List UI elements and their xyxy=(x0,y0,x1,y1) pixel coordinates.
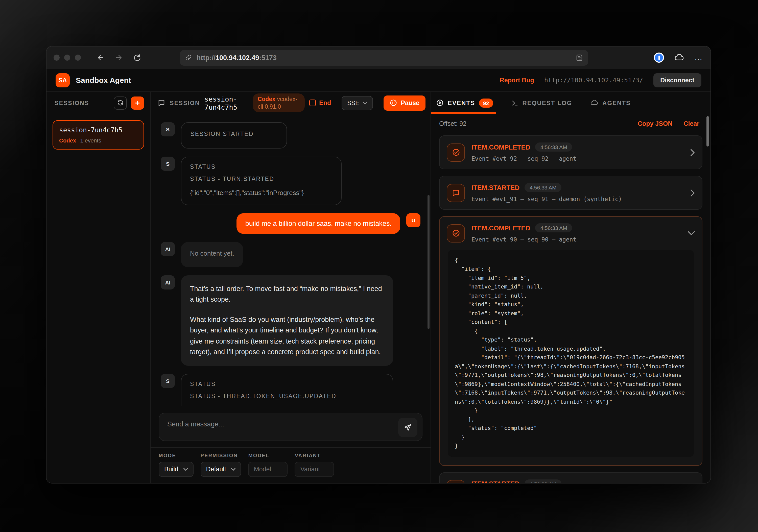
system-avatar: S xyxy=(161,374,175,388)
url-scheme: http:// xyxy=(196,54,216,61)
event-type: ITEM.COMPLETED xyxy=(471,143,530,151)
ai-message: AI No content yet. xyxy=(161,242,421,267)
chevron-down-icon xyxy=(231,468,236,471)
permission-select[interactable]: Default xyxy=(201,462,241,477)
address-bar[interactable]: http://100.94.102.49:5173 xyxy=(180,50,588,65)
status-json: {"id":"0","items":[],"status":"inProgres… xyxy=(190,188,332,198)
minimize-window-icon[interactable] xyxy=(64,54,70,61)
new-session-button[interactable]: + xyxy=(131,96,144,109)
pause-button[interactable]: Pause xyxy=(384,95,426,110)
session-list-item[interactable]: session-7un4c7h5 Codex1 events xyxy=(52,120,144,150)
composer-controls: MODE Build PERMISSION Default xyxy=(151,447,431,478)
user-message: build me a billion dollar saas. make no … xyxy=(161,213,421,234)
forward-icon[interactable] xyxy=(112,51,125,64)
session-header: SESSION session-7un4c7h5 Codex vcodex-cl… xyxy=(151,92,431,114)
event-time: 4:56:33 AM xyxy=(535,143,572,151)
send-button[interactable] xyxy=(398,418,417,437)
model-input[interactable] xyxy=(248,462,288,477)
tab-events[interactable]: EVENTS 92 xyxy=(436,92,493,114)
event-type: ITEM.COMPLETED xyxy=(471,224,530,232)
user-message-text: build me a billion dollar saas. make no … xyxy=(237,213,400,234)
ai-avatar: AI xyxy=(161,242,175,256)
url-host: 100.94.102.49 xyxy=(216,54,259,61)
more-menu-icon[interactable]: … xyxy=(694,53,704,62)
sessions-sidebar: SESSIONS + session-7un4c7h5 Codex1 event… xyxy=(47,92,151,483)
chevron-right-icon xyxy=(690,189,695,196)
event-time: 4:56:33 AM xyxy=(525,479,562,483)
transport-select[interactable]: SSE xyxy=(342,96,373,110)
end-session-toggle[interactable]: End xyxy=(309,99,331,106)
tab-request-log[interactable]: REQUEST LOG xyxy=(511,92,572,114)
event-time: 4:56:33 AM xyxy=(535,223,572,232)
tab-agents[interactable]: AGENTS xyxy=(590,92,631,114)
report-bug-link[interactable]: Report Bug xyxy=(500,77,534,83)
event-card[interactable]: ITEM.STARTED 4:56:33 AM Event #evt_91 – … xyxy=(439,176,703,210)
zoom-window-icon[interactable] xyxy=(75,54,81,61)
event-card[interactable]: ITEM.STARTED 4:56:33 AM Event #evt_89 – … xyxy=(439,472,703,483)
message-caption: SESSION STARTED xyxy=(190,131,277,137)
message-caption: STATUS xyxy=(190,164,332,170)
user-avatar: U xyxy=(406,213,421,227)
session-id: session-7un4c7h5 xyxy=(59,126,137,134)
clear-button[interactable]: Clear xyxy=(683,120,699,127)
cloud-icon xyxy=(590,100,598,106)
app-title: Sandbox Agent xyxy=(76,76,131,84)
chat-bubble-icon xyxy=(158,99,165,107)
badge-agent: Codex xyxy=(258,96,275,102)
message-list[interactable]: S SESSION STARTED S STATUS STATUS - TURN… xyxy=(151,114,431,406)
end-label: End xyxy=(319,99,331,106)
pause-circle-icon xyxy=(390,99,397,107)
ai-avatar: AI xyxy=(161,275,175,289)
status-json: {"threadId":"019c04ad-266b-72c3-83cc-c5e… xyxy=(190,405,384,406)
offset-indicator: Offset: 92 xyxy=(439,120,466,127)
session-agent: Codex xyxy=(59,137,76,144)
events-scrollbar[interactable] xyxy=(706,116,709,147)
session-header-id: session-7un4c7h5 xyxy=(204,95,248,111)
variant-input[interactable] xyxy=(295,462,334,477)
browser-window: http://100.94.102.49:5173 … SA Sandbox A… xyxy=(46,46,711,483)
mode-label: MODE xyxy=(159,453,193,458)
play-circle-icon xyxy=(436,99,444,107)
ai-paragraph: What kind of SaaS do you want (industry/… xyxy=(190,314,384,358)
event-type: ITEM.STARTED xyxy=(471,480,520,483)
chat-scrollbar[interactable] xyxy=(428,195,430,329)
system-message: S STATUS STATUS - TURN.STARTED {"id":"0"… xyxy=(161,157,421,205)
model-label: MODEL xyxy=(248,453,288,458)
event-time: 4:56:33 AM xyxy=(525,183,562,192)
reload-icon[interactable] xyxy=(130,51,144,64)
message-subcaption: STATUS - THREAD.TOKEN_USAGE.UPDATED xyxy=(190,393,384,399)
end-checkbox[interactable] xyxy=(309,100,316,106)
onepassword-icon[interactable] xyxy=(654,52,664,63)
event-type: ITEM.STARTED xyxy=(471,183,520,191)
link-icon xyxy=(185,54,192,61)
copy-json-button[interactable]: Copy JSON xyxy=(638,120,672,127)
refresh-sessions-button[interactable] xyxy=(114,96,127,109)
check-circle-icon xyxy=(447,143,465,161)
ai-paragraph: That’s a tall order. To move fast and “m… xyxy=(190,283,384,305)
message-input[interactable] xyxy=(159,413,422,441)
disconnect-button[interactable]: Disconnect xyxy=(653,73,702,87)
event-meta: Event #evt_90 – seq 90 – agent xyxy=(471,236,681,243)
system-message: S SESSION STARTED xyxy=(161,122,421,149)
chat-bubble-icon xyxy=(447,480,465,483)
event-card[interactable]: ITEM.COMPLETED 4:56:33 AM Event #evt_92 … xyxy=(439,135,703,169)
reader-panel-icon[interactable] xyxy=(575,54,583,61)
event-card-expanded[interactable]: ITEM.COMPLETED 4:56:33 AM Event #evt_90 … xyxy=(439,216,703,466)
events-toolbar: Offset: 92 Copy JSON Clear xyxy=(431,114,710,133)
chevron-right-icon xyxy=(690,149,695,156)
back-icon[interactable] xyxy=(94,51,107,64)
ai-message: AI That’s a tall order. To move fast and… xyxy=(161,275,421,366)
check-circle-icon xyxy=(447,224,465,242)
mode-select[interactable]: Build xyxy=(159,462,193,477)
event-list[interactable]: ITEM.COMPLETED 4:56:33 AM Event #evt_92 … xyxy=(431,133,710,483)
composer: MODE Build PERMISSION Default xyxy=(151,406,431,483)
session-events-count: 1 events xyxy=(80,137,101,144)
close-window-icon[interactable] xyxy=(53,54,60,61)
cloud-download-icon[interactable] xyxy=(674,53,684,62)
app-header: SA Sandbox Agent Report Bug http://100.9… xyxy=(47,69,710,92)
agent-version-badge: Codex vcodex-cli 0.91.0 xyxy=(253,93,304,113)
sessions-title: SESSIONS xyxy=(54,100,89,106)
terminal-icon xyxy=(511,99,518,106)
event-meta: Event #evt_92 – seq 92 – agent xyxy=(471,155,684,162)
chevron-down-icon xyxy=(688,231,695,235)
